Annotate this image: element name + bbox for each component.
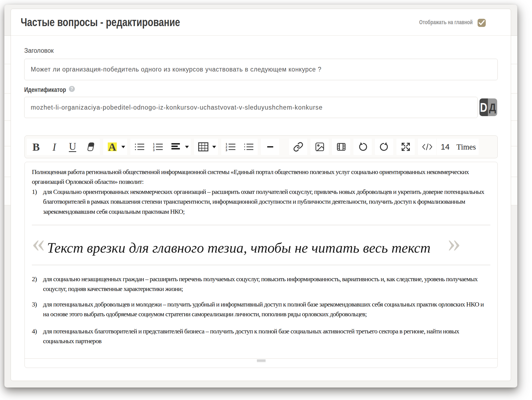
svg-text:3: 3 (226, 148, 227, 152)
svg-text:3: 3 (153, 148, 155, 152)
